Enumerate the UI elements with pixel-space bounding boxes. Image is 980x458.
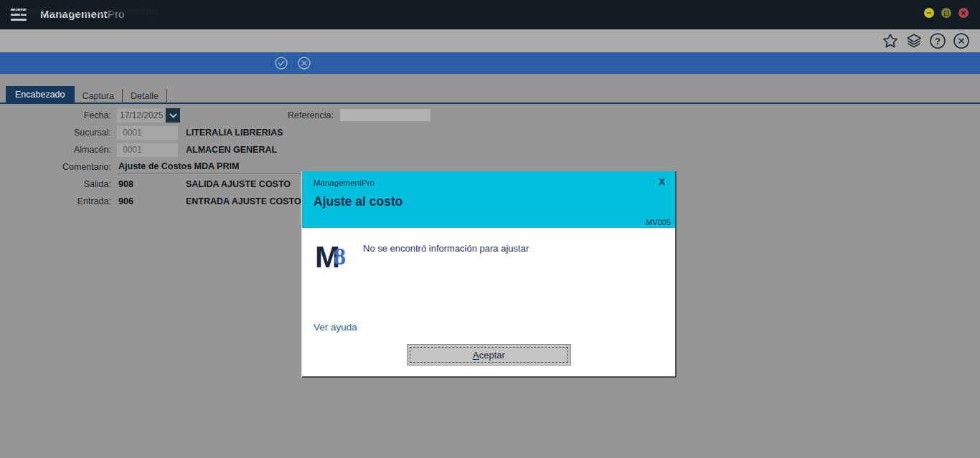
accept-button-rest: ceptar — [479, 350, 505, 361]
svg-text:?: ? — [935, 36, 941, 47]
app-window: ManagementPro Ajustes al costo de los in… — [0, 0, 980, 458]
managementpro-logo-icon: M 8 — [315, 240, 349, 273]
maximize-button[interactable] — [941, 8, 951, 18]
tab-strip: Encabezado Captura Detalle — [6, 87, 167, 103]
help-link[interactable]: Ver ayuda — [314, 322, 357, 333]
entrada-code[interactable]: 906 — [118, 196, 133, 206]
fecha-dropdown-button[interactable] — [166, 108, 180, 123]
dialog-message: No se encontró información para ajustar — [363, 243, 529, 254]
comentario-label: Comentario: — [0, 162, 111, 172]
fecha-row: Fecha: 17/12/2025 Referencia: — [0, 108, 980, 123]
tab-encabezado[interactable]: Encabezado — [6, 86, 75, 103]
almacen-row: Almacén: 0001 ALMACEN GENERAL — [0, 143, 980, 157]
entrada-label: Entrada: — [0, 196, 111, 206]
salida-code[interactable]: 908 — [118, 179, 133, 189]
sucursal-name: LITERALIA LIBRERIAS — [186, 128, 283, 138]
dialog-header: ManagementPro Ajuste al costo X MV005 — [302, 171, 675, 228]
dialog-title: Ajuste al costo — [314, 194, 402, 209]
comentario-value: Ajuste de Costos MDA PRIM — [117, 160, 239, 173]
cancel-icon[interactable] — [298, 57, 311, 70]
entrada-name: ENTRADA AJUSTE COSTO — [186, 196, 301, 206]
salida-name: SALIDA AJUSTE COSTO — [186, 179, 291, 189]
page-title: Ajustes al costo de los inventarios — [13, 6, 159, 16]
accept-button-initial: A — [473, 350, 479, 361]
action-toolbar — [0, 52, 980, 74]
dialog-body: M 8 No se encontró información para ajus… — [302, 228, 675, 378]
almacen-code-field[interactable]: 0001 — [117, 143, 178, 157]
referencia-field[interactable] — [340, 109, 430, 121]
confirm-icon[interactable] — [275, 57, 288, 70]
almacen-label: Almacén: — [0, 145, 111, 155]
close-button[interactable] — [958, 8, 969, 18]
dialog-app-name: ManagementPro — [314, 178, 374, 187]
dialog-message-code: MV005 — [646, 218, 671, 226]
svg-text:8: 8 — [334, 243, 346, 269]
minimize-button[interactable] — [924, 8, 934, 18]
accept-button[interactable]: Aceptar — [407, 344, 571, 366]
sucursal-code-field[interactable]: 0001 — [117, 126, 178, 140]
window-controls — [924, 8, 969, 18]
salida-label: Salida: — [0, 179, 111, 189]
tab-captura[interactable]: Captura — [75, 89, 123, 103]
module-bar — [0, 29, 980, 52]
sucursal-row: Sucursal: 0001 LITERALIA LIBRERIAS — [0, 125, 980, 140]
sucursal-label: Sucursal: — [0, 128, 111, 138]
fecha-field[interactable]: 17/12/2025 — [117, 108, 164, 123]
almacen-name: ALMACEN GENERAL — [186, 145, 277, 155]
layers-icon[interactable] — [905, 32, 923, 49]
fecha-label: Fecha: — [0, 110, 111, 120]
tab-detalle[interactable]: Detalle — [123, 89, 167, 103]
dialog-close-button[interactable]: X — [659, 176, 665, 187]
favorite-star-icon[interactable] — [882, 32, 899, 49]
ajuste-al-costo-dialog: ManagementPro Ajuste al costo X MV005 M … — [302, 171, 677, 378]
close-module-icon[interactable] — [953, 32, 970, 49]
help-icon[interactable]: ? — [929, 32, 946, 49]
referencia-label: Referencia: — [244, 110, 334, 120]
module-actions: ? — [882, 32, 970, 49]
